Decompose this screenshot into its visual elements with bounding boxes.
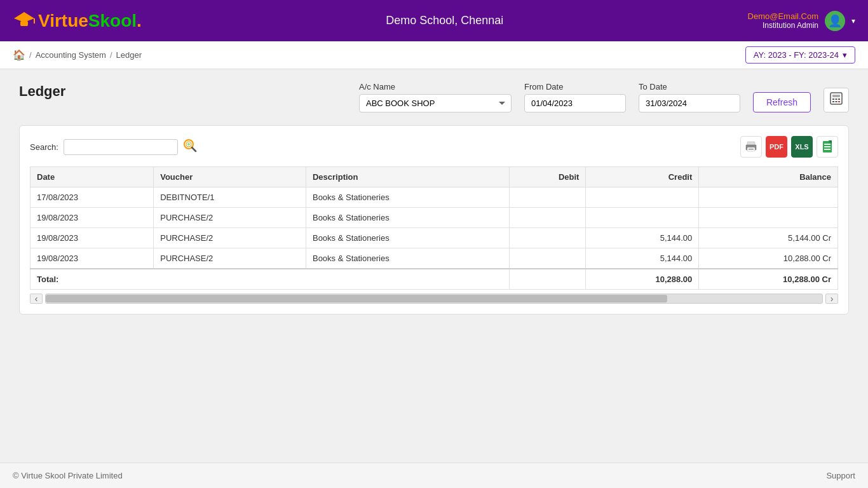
cell-voucher: PURCHASE/2 [154, 248, 306, 269]
cell-balance [699, 187, 838, 208]
svg-marker-0 [14, 12, 34, 22]
svg-point-14 [187, 143, 190, 146]
table-row: 17/08/2023 DEBITNOTE/1 Books & Stationer… [31, 187, 838, 208]
print-button[interactable] [740, 136, 762, 158]
scroll-left-arrow[interactable]: ‹ [30, 294, 43, 304]
search-input[interactable] [64, 139, 178, 155]
logo-cap-icon [13, 10, 36, 32]
cell-voucher: PURCHASE/2 [154, 228, 306, 248]
cell-date: 19/08/2023 [31, 248, 154, 269]
total-row: Total: 10,288.00 10,288.00 Cr [31, 269, 838, 290]
cell-date: 19/08/2023 [31, 228, 154, 248]
cell-credit [586, 187, 699, 208]
svg-rect-10 [838, 101, 840, 102]
svg-rect-22 [824, 149, 831, 150]
user-dropdown-arrow[interactable]: ▾ [851, 17, 855, 25]
cell-debit [509, 208, 586, 228]
total-balance: 10,288.00 Cr [699, 269, 838, 290]
filter-to-date: To Date [639, 82, 740, 112]
print-icon [745, 141, 757, 152]
cell-description: Books & Stationeries [306, 228, 509, 248]
col-description: Description [306, 167, 509, 187]
cell-voucher: DEBITNOTE/1 [154, 187, 306, 208]
excel-button[interactable]: XLS [791, 136, 813, 158]
svg-line-13 [192, 147, 196, 151]
sheets-icon [821, 140, 834, 153]
sep1: / [29, 50, 32, 60]
refresh-button[interactable]: Refresh [753, 92, 811, 112]
search-left: Search: [30, 139, 197, 156]
logo: VirtueSkool. [13, 10, 142, 32]
from-date-input[interactable] [524, 94, 626, 112]
svg-rect-5 [832, 98, 834, 100]
total-label: Total: [31, 269, 510, 290]
home-icon[interactable]: 🏠 [13, 49, 25, 61]
filter-row: Ledger A/c Name ABC BOOK SHOP From Date … [19, 82, 849, 112]
col-balance: Balance [699, 167, 838, 187]
footer: © Virtue Skool Private Limited Support [0, 463, 868, 488]
main-content: Ledger A/c Name ABC BOOK SHOP From Date … [0, 69, 868, 463]
table-container: Search: [19, 125, 849, 315]
svg-rect-21 [824, 146, 831, 147]
cell-credit: 5,144.00 [586, 228, 699, 248]
svg-rect-20 [824, 144, 831, 145]
logo-text: VirtueSkool. [38, 11, 142, 31]
breadcrumb: 🏠 / Accounting System / Ledger [13, 49, 142, 61]
ac-name-label: A/c Name [359, 82, 512, 92]
breadcrumb-current: Ledger [116, 50, 142, 60]
user-info: Demo@Email.Com Institution Admin [748, 11, 818, 30]
cell-date: 17/08/2023 [31, 187, 154, 208]
breadcrumb-accounting-system[interactable]: Accounting System [36, 50, 106, 60]
support-link[interactable]: Support [826, 471, 855, 480]
col-credit: Credit [586, 167, 699, 187]
table-header-row: Date Voucher Description Debit Credit Ba… [31, 167, 838, 187]
scroll-track[interactable] [45, 294, 823, 304]
cell-voucher: PURCHASE/2 [154, 208, 306, 228]
search-label: Search: [30, 142, 58, 152]
sep2: / [110, 50, 112, 60]
col-voucher: Voucher [154, 167, 306, 187]
search-button[interactable] [183, 139, 197, 156]
cell-debit [509, 248, 586, 269]
from-date-label: From Date [524, 82, 626, 92]
export-icons: PDF XLS [740, 136, 838, 158]
total-debit [509, 269, 586, 290]
user-area[interactable]: Demo@Email.Com Institution Admin 👤 ▾ [748, 11, 855, 31]
ledger-table: Date Voucher Description Debit Credit Ba… [30, 166, 838, 290]
table-row: 19/08/2023 PURCHASE/2 Books & Stationeri… [31, 208, 838, 228]
table-row: 19/08/2023 PURCHASE/2 Books & Stationeri… [31, 228, 838, 248]
cell-balance: 5,144.00 Cr [699, 228, 838, 248]
filter-ac-name: A/c Name ABC BOOK SHOP [359, 82, 512, 112]
table-row: 19/08/2023 PURCHASE/2 Books & Stationeri… [31, 248, 838, 269]
cell-date: 19/08/2023 [31, 208, 154, 228]
search-icon [183, 139, 197, 152]
cell-debit [509, 187, 586, 208]
scroll-right-arrow[interactable]: › [825, 294, 838, 304]
fy-selector[interactable]: AY: 2023 - FY: 2023-24 ▾ [745, 46, 855, 64]
fy-dropdown-arrow: ▾ [843, 50, 847, 60]
svg-rect-6 [836, 98, 837, 100]
to-date-label: To Date [639, 82, 740, 92]
copyright: © Virtue Skool Private Limited [13, 471, 123, 480]
avatar: 👤 [825, 11, 845, 31]
calculator-button[interactable] [824, 88, 849, 112]
col-date: Date [31, 167, 154, 187]
total-credit: 10,288.00 [586, 269, 699, 290]
cell-credit: 5,144.00 [586, 248, 699, 269]
svg-rect-4 [832, 95, 840, 97]
scroll-thumb [46, 295, 667, 302]
sheets-button[interactable] [817, 136, 838, 158]
cell-balance: 10,288.00 Cr [699, 248, 838, 269]
cell-debit [509, 228, 586, 248]
cell-balance [699, 208, 838, 228]
to-date-input[interactable] [639, 94, 740, 112]
pdf-button[interactable]: PDF [766, 136, 787, 158]
cell-credit [586, 208, 699, 228]
svg-rect-1 [20, 21, 28, 26]
filter-from-date: From Date [524, 82, 626, 112]
svg-rect-18 [749, 149, 754, 150]
cell-description: Books & Stationeries [306, 187, 509, 208]
ac-name-select[interactable]: ABC BOOK SHOP [359, 94, 512, 112]
horizontal-scrollbar[interactable]: ‹ › [30, 294, 838, 304]
header: VirtueSkool. Demo School, Chennai Demo@E… [0, 0, 868, 41]
